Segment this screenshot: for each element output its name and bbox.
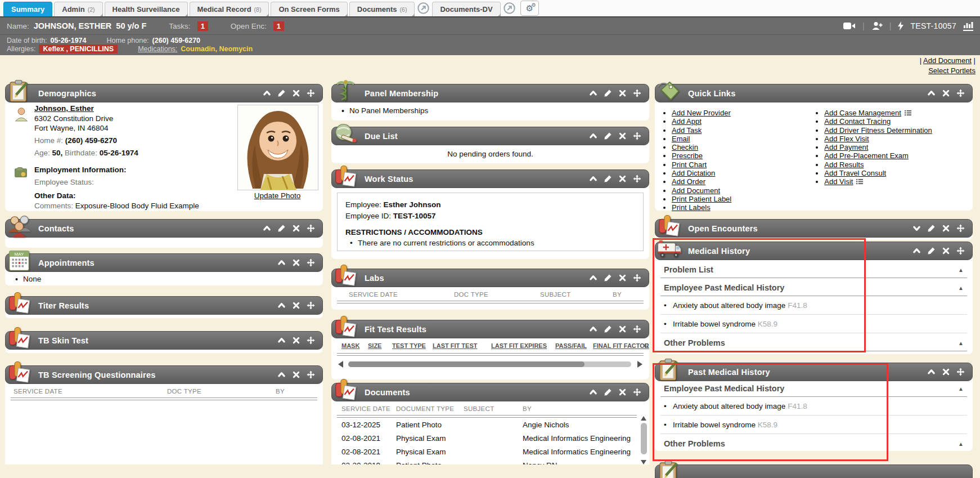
collapse-icon[interactable] bbox=[277, 370, 286, 379]
sort-column-header[interactable]: LAST FIT EXPIRES bbox=[491, 342, 547, 349]
move-icon[interactable] bbox=[633, 175, 641, 183]
edit-icon[interactable] bbox=[604, 388, 612, 396]
edit-icon[interactable] bbox=[927, 224, 936, 233]
move-icon[interactable] bbox=[633, 325, 641, 333]
tab-settings-button[interactable]: ⚙⚙ bbox=[520, 1, 539, 16]
edit-icon[interactable] bbox=[604, 175, 612, 183]
sort-column-header[interactable]: PASS/FAIL bbox=[555, 342, 587, 349]
tab-on-screen-forms[interactable]: On Screen Forms bbox=[271, 2, 347, 16]
move-icon[interactable] bbox=[307, 224, 315, 233]
add-document-link[interactable]: Add Document bbox=[923, 56, 972, 65]
move-icon[interactable] bbox=[307, 370, 315, 379]
close-icon[interactable] bbox=[618, 175, 627, 183]
quick-link[interactable]: Add Order bbox=[672, 177, 705, 186]
quick-link[interactable]: Add Flex Visit bbox=[824, 135, 869, 143]
quick-link[interactable]: Add Driver Fitness Determination bbox=[824, 126, 932, 135]
allergies-value[interactable]: Keflex , PENICILLINS bbox=[39, 44, 118, 53]
portlet-header[interactable]: Due List bbox=[331, 127, 649, 145]
quick-link[interactable]: Email bbox=[672, 135, 690, 143]
tab-documents-dv[interactable]: Documents-DV bbox=[432, 2, 500, 16]
close-icon[interactable] bbox=[618, 325, 627, 333]
section-employee-pmh[interactable]: Employee Past Medical History▲ bbox=[660, 278, 967, 296]
close-icon[interactable] bbox=[942, 368, 950, 376]
edit-icon[interactable] bbox=[604, 325, 612, 333]
lightning-icon[interactable] bbox=[898, 21, 903, 30]
expand-icon[interactable] bbox=[912, 224, 921, 233]
move-icon[interactable] bbox=[956, 89, 965, 97]
quick-link[interactable]: Print Chart bbox=[672, 160, 707, 169]
scrollbar-thumb[interactable] bbox=[641, 423, 647, 454]
collapse-icon[interactable] bbox=[277, 336, 286, 345]
collapse-triangle-icon[interactable]: ▲ bbox=[958, 267, 964, 273]
move-icon[interactable] bbox=[633, 388, 641, 396]
edit-icon[interactable] bbox=[604, 89, 612, 97]
collapse-icon[interactable] bbox=[589, 325, 597, 333]
portlet-header[interactable]: Open Encounters bbox=[655, 219, 973, 238]
move-icon[interactable] bbox=[956, 224, 965, 233]
quick-link[interactable]: Add New Provider bbox=[672, 109, 731, 117]
section-problem-list[interactable]: Problem List▲ bbox=[660, 260, 967, 278]
portlet-header[interactable]: Labs bbox=[331, 269, 649, 287]
quick-link[interactable]: Add Document bbox=[672, 186, 720, 195]
move-icon[interactable] bbox=[633, 274, 641, 282]
portlet-header[interactable]: Past Medical History bbox=[655, 363, 973, 381]
collapse-icon[interactable] bbox=[263, 89, 271, 97]
portlet-header[interactable]: Fit Test Results bbox=[331, 320, 649, 338]
quick-link[interactable]: Add Payment bbox=[824, 143, 868, 151]
quick-link[interactable]: Prescribe bbox=[672, 151, 703, 160]
tab-documents[interactable]: Documents(6) bbox=[349, 2, 415, 16]
patient-name-link[interactable]: Johnson, Esther bbox=[34, 104, 94, 113]
close-icon[interactable] bbox=[292, 89, 300, 97]
close-icon[interactable] bbox=[618, 388, 627, 396]
collapse-icon[interactable] bbox=[277, 301, 286, 310]
quick-link[interactable]: Add Results bbox=[824, 160, 864, 169]
sort-column-header[interactable]: FINAL FIT FACTOR bbox=[593, 342, 649, 349]
collapse-icon[interactable] bbox=[263, 224, 271, 233]
table-row[interactable]: 02-08-2021 Physical Exam Medical Informa… bbox=[331, 445, 649, 458]
collapse-icon[interactable] bbox=[912, 247, 921, 255]
add-person-icon[interactable] bbox=[871, 21, 883, 30]
portlet-header[interactable]: Contacts bbox=[5, 219, 323, 238]
scroll-up-arrow[interactable] bbox=[641, 416, 646, 421]
close-icon[interactable] bbox=[618, 89, 627, 97]
quick-link[interactable]: Add Appt bbox=[672, 117, 702, 126]
close-icon[interactable] bbox=[618, 132, 627, 140]
video-call-icon[interactable] bbox=[843, 22, 856, 30]
tab-summary[interactable]: Summary bbox=[3, 2, 52, 16]
collapse-icon[interactable] bbox=[589, 132, 597, 140]
close-icon[interactable] bbox=[292, 258, 300, 267]
table-row[interactable]: 02-20-2019 Patient Photo Nancy RN bbox=[331, 458, 649, 464]
section-other-problems[interactable]: Other Problems▲ bbox=[660, 333, 967, 351]
close-icon[interactable] bbox=[942, 89, 950, 97]
collapse-icon[interactable] bbox=[277, 258, 286, 267]
sort-column-header[interactable]: C bbox=[644, 342, 649, 349]
popout-icon[interactable] bbox=[504, 2, 515, 14]
tasks-count-badge[interactable]: 1 bbox=[197, 21, 208, 31]
edit-icon[interactable] bbox=[927, 247, 936, 255]
tab-admin[interactable]: Admin(2) bbox=[54, 2, 102, 16]
move-icon[interactable] bbox=[307, 336, 315, 345]
medications-label[interactable]: Medications: bbox=[138, 45, 177, 53]
portlet-header[interactable]: Titer Results bbox=[5, 296, 323, 315]
close-icon[interactable] bbox=[618, 274, 627, 282]
quick-link[interactable]: Add Case Management bbox=[824, 109, 901, 117]
select-portlets-link[interactable]: Select Portlets bbox=[928, 66, 975, 75]
collapse-triangle-icon[interactable]: ▲ bbox=[958, 441, 964, 447]
sort-column-header[interactable]: SIZE bbox=[368, 342, 381, 349]
portlet-header[interactable]: Work Status bbox=[331, 169, 649, 188]
edit-icon[interactable] bbox=[604, 274, 612, 282]
collapse-icon[interactable] bbox=[589, 388, 597, 396]
portlet-header[interactable]: Panel Membership bbox=[331, 84, 649, 102]
quick-link[interactable]: Checkin bbox=[672, 143, 698, 151]
portlet-header[interactable]: Demographics bbox=[5, 84, 323, 102]
popout-icon[interactable] bbox=[417, 2, 429, 14]
scroll-right-arrow[interactable] bbox=[637, 361, 642, 368]
move-icon[interactable] bbox=[956, 368, 965, 376]
quick-link[interactable]: Add Dictation bbox=[672, 169, 715, 177]
move-icon[interactable] bbox=[956, 247, 965, 255]
close-icon[interactable] bbox=[942, 224, 950, 233]
quick-link[interactable]: Add Task bbox=[672, 126, 702, 135]
open-enc-count-badge[interactable]: 1 bbox=[273, 21, 284, 31]
sort-column-header[interactable]: MASK bbox=[341, 342, 359, 349]
portlet-header[interactable] bbox=[655, 464, 973, 478]
